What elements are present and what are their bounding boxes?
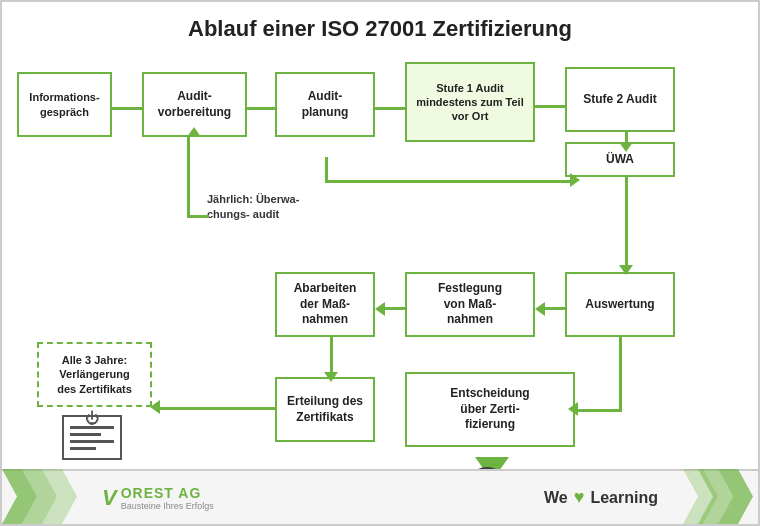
footer-learning: Learning (590, 489, 658, 507)
arrow-erteilung-alle3-head (150, 400, 160, 414)
arrow-abarbeiten-erteilung (324, 337, 338, 382)
footer-chevrons-left (2, 469, 82, 524)
footer: V OREST AG Bausteine Ihres Erfolgs We ♥ … (2, 469, 758, 524)
logo-sub: Bausteine Ihres Erfolgs (121, 501, 214, 511)
diagram-area: Informations- gespräch Audit- vorbereitu… (12, 57, 748, 464)
cert-line-4 (70, 447, 96, 450)
arrow-auditplanung-uewa (570, 173, 580, 187)
connector-jaehrlich-h (187, 215, 209, 218)
box-stufe1-audit: Stufe 1 Audit mindestens zum Teil vor Or… (405, 62, 535, 142)
box-entscheidung: Entscheidung über Zerti- fizierung (405, 372, 575, 447)
footer-we-learning: We ♥ Learning (544, 487, 658, 508)
main-container: Ablauf einer ISO 27001 Zertifizierung In… (0, 0, 760, 526)
box-alle3jahre: Alle 3 Jahre: Verlängerung des Zertifika… (37, 342, 152, 407)
cert-line-2 (70, 433, 101, 436)
box-stufe2-audit: Stufe 2 Audit (565, 67, 675, 132)
logo-text: OREST AG (121, 485, 214, 501)
logo-v: V (102, 485, 117, 511)
arrow-auswertung-entscheidung-head (568, 402, 578, 416)
footer-chevrons-right (678, 469, 758, 524)
box-info-gespraech: Informations- gespräch (17, 72, 112, 137)
box-erteilung: Erteilung des Zertifikats (275, 377, 375, 442)
connector-auditplanung-down (325, 157, 328, 182)
connector-auditplanung-right (325, 180, 572, 183)
footer-we: We (544, 489, 568, 507)
box-audit-planung: Audit- planung (275, 72, 375, 137)
arrow-jaehrlich-up (187, 127, 201, 137)
arrow-uewa-auswertung (619, 177, 633, 275)
box-festlegung: Festlegung von Maß- nahmen (405, 272, 535, 337)
heart-icon: ♥ (574, 487, 585, 508)
connector-auswertung-h (574, 409, 619, 412)
cert-line-3 (70, 440, 114, 443)
label-jaehrlich: Jährlich: Überwa- chungs- audit (207, 192, 317, 222)
power-icon: ⏻ (85, 410, 99, 426)
box-auswertung: Auswertung (565, 272, 675, 337)
connector-auswertung-down (619, 337, 622, 412)
arrow-stufe2-uewa (619, 132, 633, 152)
box-abarbeiten: Abarbeiten der Maß- nahmen (275, 272, 375, 337)
footer-logo: V OREST AG Bausteine Ihres Erfolgs (102, 485, 214, 511)
page-title: Ablauf einer ISO 27001 Zertifizierung (2, 2, 758, 52)
connector-erteilung-left (157, 407, 275, 410)
connector-jaehrlich-up (187, 137, 190, 217)
